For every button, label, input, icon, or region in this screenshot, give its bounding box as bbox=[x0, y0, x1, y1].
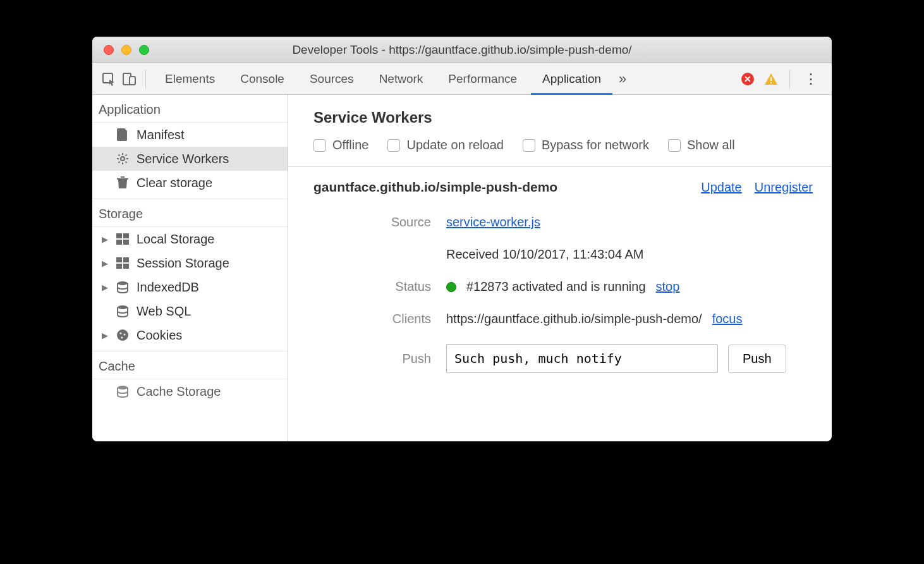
show-all-checkbox[interactable]: Show all bbox=[668, 138, 735, 152]
titlebar: Developer Tools - https://gauntface.gith… bbox=[92, 37, 832, 63]
sidebar-item-cookies[interactable]: ▶ Cookies bbox=[92, 323, 288, 347]
sidebar-item-label: Cookies bbox=[137, 328, 182, 343]
sidebar-item-manifest[interactable]: ▶ Manifest bbox=[92, 123, 288, 147]
svg-rect-6 bbox=[116, 233, 122, 238]
status-text: #12873 activated and is running bbox=[466, 279, 646, 294]
grid-icon bbox=[115, 233, 130, 245]
window-minimize-button[interactable] bbox=[121, 45, 131, 55]
sidebar-item-session-storage[interactable]: ▶ Session Storage bbox=[92, 251, 288, 275]
svg-rect-2 bbox=[130, 77, 135, 85]
sidebar-item-indexeddb[interactable]: ▶ IndexedDB bbox=[92, 275, 288, 299]
svg-point-17 bbox=[120, 333, 122, 334]
svg-rect-7 bbox=[123, 233, 129, 238]
svg-point-5 bbox=[121, 157, 125, 161]
bypass-for-network-label: Bypass for network bbox=[542, 138, 649, 152]
sidebar-item-web-sql[interactable]: ▶ Web SQL bbox=[92, 299, 288, 323]
svg-point-19 bbox=[121, 337, 123, 339]
svg-rect-13 bbox=[123, 264, 129, 269]
tab-elements[interactable]: Elements bbox=[154, 63, 226, 95]
source-file-link[interactable]: service-worker.js bbox=[446, 215, 540, 230]
update-on-reload-checkbox[interactable]: Update on reload bbox=[387, 138, 503, 152]
expand-icon[interactable]: ▶ bbox=[101, 259, 109, 268]
trash-icon bbox=[115, 176, 130, 189]
sidebar-item-label: Clear storage bbox=[137, 176, 212, 190]
client-url: https://gauntface.github.io/simple-push-… bbox=[446, 312, 702, 326]
show-all-label: Show all bbox=[687, 138, 735, 152]
cookie-icon bbox=[115, 329, 130, 341]
inspect-element-icon[interactable] bbox=[100, 70, 118, 88]
page-title: Service Workers bbox=[313, 109, 813, 126]
svg-rect-9 bbox=[123, 240, 129, 245]
tab-application[interactable]: Application bbox=[531, 63, 612, 95]
separator bbox=[145, 70, 146, 89]
gear-icon bbox=[115, 152, 130, 165]
tabstrip: Elements Console Sources Network Perform… bbox=[92, 63, 832, 95]
sidebar-item-label: Local Storage bbox=[137, 232, 214, 247]
status-dot-icon bbox=[446, 282, 456, 292]
device-toggle-icon[interactable] bbox=[120, 70, 138, 88]
status-label: Status bbox=[313, 279, 446, 294]
svg-rect-12 bbox=[116, 264, 122, 269]
devtools-menu-icon[interactable]: ⋮ bbox=[798, 71, 824, 87]
main-header: Service Workers Offline Update on reload… bbox=[288, 95, 832, 161]
sidebar-item-clear-storage[interactable]: ▶ Clear storage bbox=[92, 171, 288, 195]
sidebar-header-application: Application bbox=[92, 95, 288, 123]
push-button[interactable]: Push bbox=[728, 345, 786, 373]
expand-icon[interactable]: ▶ bbox=[101, 331, 109, 340]
error-badge[interactable]: ✕ bbox=[741, 73, 754, 85]
separator bbox=[789, 70, 790, 89]
svg-point-20 bbox=[118, 386, 128, 389]
scope-row: gauntface.github.io/simple-push-demo Upd… bbox=[288, 167, 832, 200]
focus-link[interactable]: focus bbox=[712, 312, 743, 326]
body: Application ▶ Manifest ▶ Service Workers… bbox=[92, 95, 832, 441]
status-row: Status #12873 activated and is running s… bbox=[313, 271, 813, 303]
traffic-lights bbox=[92, 45, 149, 55]
offline-checkbox[interactable]: Offline bbox=[313, 138, 368, 152]
unregister-link[interactable]: Unregister bbox=[755, 180, 813, 195]
sidebar-header-storage: Storage bbox=[92, 199, 288, 227]
stop-link[interactable]: stop bbox=[656, 279, 680, 294]
sidebar-group-storage: Storage ▶ Local Storage ▶ Session Storag… bbox=[92, 199, 288, 352]
more-tabs-icon[interactable]: » bbox=[615, 71, 630, 87]
sidebar-item-cache-storage[interactable]: ▶ Cache Storage bbox=[92, 379, 288, 403]
database-icon bbox=[115, 385, 130, 398]
scope-name: gauntface.github.io/simple-push-demo bbox=[313, 180, 557, 195]
fields: Source service-worker.js Received 10/10/… bbox=[288, 200, 832, 395]
svg-rect-8 bbox=[116, 240, 122, 245]
bypass-for-network-checkbox[interactable]: Bypass for network bbox=[523, 138, 649, 152]
window-zoom-button[interactable] bbox=[139, 45, 149, 55]
update-link[interactable]: Update bbox=[701, 180, 742, 195]
svg-point-14 bbox=[118, 281, 128, 285]
clients-row: Clients https://gauntface.github.io/simp… bbox=[313, 303, 813, 335]
sidebar-item-local-storage[interactable]: ▶ Local Storage bbox=[92, 227, 288, 251]
window-title: Developer Tools - https://gauntface.gith… bbox=[92, 43, 832, 57]
tab-network[interactable]: Network bbox=[368, 63, 435, 95]
sidebar-item-label: Service Workers bbox=[137, 152, 229, 166]
sidebar-item-label: Manifest bbox=[137, 128, 185, 142]
tab-console[interactable]: Console bbox=[229, 63, 296, 95]
push-input[interactable] bbox=[446, 344, 718, 373]
source-label: Source bbox=[313, 215, 446, 230]
svg-rect-4 bbox=[770, 82, 772, 83]
svg-rect-11 bbox=[123, 257, 129, 262]
tab-sources[interactable]: Sources bbox=[298, 63, 365, 95]
grid-icon bbox=[115, 257, 130, 269]
sidebar-group-cache: Cache ▶ Cache Storage bbox=[92, 352, 288, 407]
file-icon bbox=[115, 128, 130, 141]
sidebar-item-service-workers[interactable]: ▶ Service Workers bbox=[92, 147, 288, 171]
warning-icon[interactable] bbox=[764, 72, 778, 86]
sidebar-header-cache: Cache bbox=[92, 352, 288, 379]
svg-point-15 bbox=[118, 305, 128, 309]
options-row: Offline Update on reload Bypass for netw… bbox=[313, 138, 813, 152]
expand-icon[interactable]: ▶ bbox=[101, 235, 109, 244]
sidebar-item-label: IndexedDB bbox=[137, 280, 199, 295]
sidebar-group-application: Application ▶ Manifest ▶ Service Workers… bbox=[92, 95, 288, 199]
sidebar-item-label: Web SQL bbox=[137, 304, 191, 319]
offline-label: Offline bbox=[332, 138, 368, 152]
main-panel: Service Workers Offline Update on reload… bbox=[288, 95, 832, 441]
tab-performance[interactable]: Performance bbox=[437, 63, 528, 95]
sidebar: Application ▶ Manifest ▶ Service Workers… bbox=[92, 95, 288, 441]
devtools-window: Developer Tools - https://gauntface.gith… bbox=[92, 37, 832, 441]
expand-icon[interactable]: ▶ bbox=[101, 283, 109, 292]
window-close-button[interactable] bbox=[104, 45, 114, 55]
